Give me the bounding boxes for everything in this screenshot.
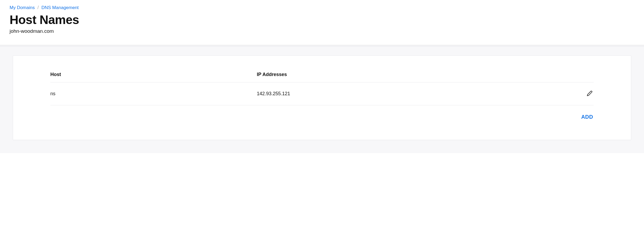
add-button[interactable]: ADD xyxy=(581,113,594,121)
column-header-ip: IP Addresses xyxy=(257,72,578,77)
edit-button[interactable] xyxy=(586,89,594,98)
page-title: Host Names xyxy=(10,13,634,27)
breadcrumb-link-my-domains[interactable]: My Domains xyxy=(10,5,35,10)
hostnames-card: Host IP Addresses ns 142.93.255.121 xyxy=(13,55,631,140)
pencil-icon xyxy=(587,90,593,97)
breadcrumb-link-dns-management[interactable]: DNS Management xyxy=(41,5,79,10)
hostnames-table: Host IP Addresses ns 142.93.255.121 xyxy=(50,72,594,121)
breadcrumb-separator: / xyxy=(37,5,39,10)
table-header: Host IP Addresses xyxy=(50,72,594,82)
page-subtitle: john-woodman.com xyxy=(10,28,634,34)
table-row: ns 142.93.255.121 xyxy=(50,82,594,105)
cell-host: ns xyxy=(50,91,257,97)
column-header-host: Host xyxy=(50,72,257,77)
cell-ip: 142.93.255.121 xyxy=(257,91,578,97)
breadcrumb: My Domains / DNS Management xyxy=(10,5,634,10)
